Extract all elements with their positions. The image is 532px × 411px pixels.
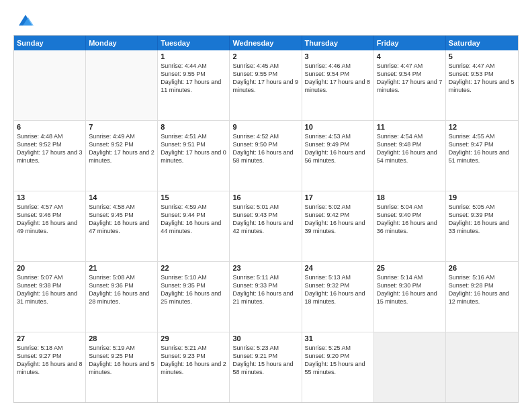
cell-content: Sunrise: 4:48 AM Sunset: 9:52 PM Dayligh… (17, 132, 83, 165)
cal-cell (446, 332, 518, 402)
cell-content: Sunrise: 4:44 AM Sunset: 9:55 PM Dayligh… (161, 62, 226, 95)
day-number: 11 (377, 123, 443, 131)
cell-content: Sunrise: 5:19 AM Sunset: 9:25 PM Dayligh… (89, 344, 154, 377)
cal-cell (14, 50, 86, 120)
day-number: 31 (305, 334, 371, 342)
page: SundayMondayTuesdayWednesdayThursdayFrid… (0, 0, 532, 411)
cell-content: Sunrise: 4:51 AM Sunset: 9:51 PM Dayligh… (161, 132, 226, 165)
cell-content: Sunrise: 4:52 AM Sunset: 9:50 PM Dayligh… (232, 132, 298, 165)
header (13, 11, 519, 30)
cell-content: Sunrise: 5:01 AM Sunset: 9:43 PM Dayligh… (232, 203, 298, 236)
cell-content: Sunrise: 5:16 AM Sunset: 9:28 PM Dayligh… (449, 273, 515, 306)
day-number: 2 (232, 52, 298, 60)
cal-header-cell: Wednesday (230, 36, 302, 50)
cell-content: Sunrise: 5:13 AM Sunset: 9:32 PM Dayligh… (305, 273, 371, 306)
day-number: 14 (89, 193, 154, 201)
cal-cell: 4Sunrise: 4:47 AM Sunset: 9:54 PM Daylig… (374, 50, 446, 120)
day-number: 9 (232, 123, 298, 131)
cell-content: Sunrise: 5:21 AM Sunset: 9:23 PM Dayligh… (161, 344, 226, 377)
day-number: 16 (232, 193, 298, 201)
cell-content: Sunrise: 5:18 AM Sunset: 9:27 PM Dayligh… (17, 344, 83, 377)
cal-header-cell: Tuesday (158, 36, 230, 50)
cal-week: 13Sunrise: 4:57 AM Sunset: 9:46 PM Dayli… (14, 191, 518, 262)
cal-cell: 26Sunrise: 5:16 AM Sunset: 9:28 PM Dayli… (446, 262, 518, 332)
logo (13, 11, 35, 30)
cell-content: Sunrise: 5:10 AM Sunset: 9:35 PM Dayligh… (161, 273, 226, 306)
day-number: 23 (232, 264, 298, 272)
day-number: 20 (17, 264, 83, 272)
cell-content: Sunrise: 5:05 AM Sunset: 9:39 PM Dayligh… (449, 203, 515, 236)
cal-cell: 22Sunrise: 5:10 AM Sunset: 9:35 PM Dayli… (158, 262, 230, 332)
cell-content: Sunrise: 5:23 AM Sunset: 9:21 PM Dayligh… (232, 344, 298, 377)
cal-cell: 2Sunrise: 4:45 AM Sunset: 9:55 PM Daylig… (230, 50, 302, 120)
cell-content: Sunrise: 4:54 AM Sunset: 9:48 PM Dayligh… (377, 132, 443, 165)
cal-header-cell: Friday (374, 36, 446, 50)
day-number: 30 (232, 334, 298, 342)
cal-cell: 9Sunrise: 4:52 AM Sunset: 9:50 PM Daylig… (230, 121, 302, 191)
day-number: 4 (377, 52, 443, 60)
cell-content: Sunrise: 5:04 AM Sunset: 9:40 PM Dayligh… (377, 203, 443, 236)
cal-header-cell: Monday (86, 36, 158, 50)
cal-cell: 5Sunrise: 4:47 AM Sunset: 9:53 PM Daylig… (446, 50, 518, 120)
cal-cell: 31Sunrise: 5:25 AM Sunset: 9:20 PM Dayli… (302, 332, 374, 402)
day-number: 24 (305, 264, 371, 272)
cal-cell: 29Sunrise: 5:21 AM Sunset: 9:23 PM Dayli… (158, 332, 230, 402)
cal-week: 20Sunrise: 5:07 AM Sunset: 9:38 PM Dayli… (14, 262, 518, 332)
cell-content: Sunrise: 5:14 AM Sunset: 9:30 PM Dayligh… (377, 273, 443, 306)
cal-header-cell: Sunday (14, 36, 86, 50)
day-number: 21 (89, 264, 154, 272)
cal-cell: 12Sunrise: 4:55 AM Sunset: 9:47 PM Dayli… (446, 121, 518, 191)
day-number: 12 (449, 123, 515, 131)
cal-week: 1Sunrise: 4:44 AM Sunset: 9:55 PM Daylig… (14, 50, 518, 121)
cell-content: Sunrise: 5:08 AM Sunset: 9:36 PM Dayligh… (89, 273, 154, 306)
day-number: 29 (161, 334, 226, 342)
day-number: 13 (17, 193, 83, 201)
day-number: 8 (161, 123, 226, 131)
day-number: 17 (305, 193, 371, 201)
logo-icon (16, 11, 35, 30)
cal-cell: 27Sunrise: 5:18 AM Sunset: 9:27 PM Dayli… (14, 332, 86, 402)
day-number: 10 (305, 123, 371, 131)
cell-content: Sunrise: 4:47 AM Sunset: 9:53 PM Dayligh… (449, 62, 515, 95)
cal-cell: 3Sunrise: 4:46 AM Sunset: 9:54 PM Daylig… (302, 50, 374, 120)
day-number: 5 (449, 52, 515, 60)
cal-cell: 6Sunrise: 4:48 AM Sunset: 9:52 PM Daylig… (14, 121, 86, 191)
cal-cell: 20Sunrise: 5:07 AM Sunset: 9:38 PM Dayli… (14, 262, 86, 332)
calendar-header: SundayMondayTuesdayWednesdayThursdayFrid… (14, 36, 518, 50)
cal-cell: 19Sunrise: 5:05 AM Sunset: 9:39 PM Dayli… (446, 191, 518, 261)
day-number: 19 (449, 193, 515, 201)
cal-week: 27Sunrise: 5:18 AM Sunset: 9:27 PM Dayli… (14, 332, 518, 402)
cal-header-cell: Saturday (446, 36, 518, 50)
calendar-body: 1Sunrise: 4:44 AM Sunset: 9:55 PM Daylig… (14, 50, 518, 402)
cal-cell: 28Sunrise: 5:19 AM Sunset: 9:25 PM Dayli… (86, 332, 158, 402)
cell-content: Sunrise: 4:45 AM Sunset: 9:55 PM Dayligh… (232, 62, 298, 95)
calendar: SundayMondayTuesdayWednesdayThursdayFrid… (13, 35, 519, 403)
cal-cell (374, 332, 446, 402)
cal-cell: 17Sunrise: 5:02 AM Sunset: 9:42 PM Dayli… (302, 191, 374, 261)
cell-content: Sunrise: 4:49 AM Sunset: 9:52 PM Dayligh… (89, 132, 154, 165)
day-number: 25 (377, 264, 443, 272)
cal-cell: 23Sunrise: 5:11 AM Sunset: 9:33 PM Dayli… (230, 262, 302, 332)
cal-cell: 11Sunrise: 4:54 AM Sunset: 9:48 PM Dayli… (374, 121, 446, 191)
day-number: 28 (89, 334, 154, 342)
day-number: 6 (17, 123, 83, 131)
cal-cell: 24Sunrise: 5:13 AM Sunset: 9:32 PM Dayli… (302, 262, 374, 332)
cal-cell: 13Sunrise: 4:57 AM Sunset: 9:46 PM Dayli… (14, 191, 86, 261)
cal-cell: 8Sunrise: 4:51 AM Sunset: 9:51 PM Daylig… (158, 121, 230, 191)
cal-week: 6Sunrise: 4:48 AM Sunset: 9:52 PM Daylig… (14, 121, 518, 191)
day-number: 27 (17, 334, 83, 342)
day-number: 15 (161, 193, 226, 201)
cal-cell: 25Sunrise: 5:14 AM Sunset: 9:30 PM Dayli… (374, 262, 446, 332)
cell-content: Sunrise: 4:55 AM Sunset: 9:47 PM Dayligh… (449, 132, 515, 165)
cell-content: Sunrise: 5:25 AM Sunset: 9:20 PM Dayligh… (305, 344, 371, 377)
cal-cell: 18Sunrise: 5:04 AM Sunset: 9:40 PM Dayli… (374, 191, 446, 261)
cell-content: Sunrise: 5:11 AM Sunset: 9:33 PM Dayligh… (232, 273, 298, 306)
cell-content: Sunrise: 4:57 AM Sunset: 9:46 PM Dayligh… (17, 203, 83, 236)
cal-header-cell: Thursday (302, 36, 374, 50)
cal-cell: 14Sunrise: 4:58 AM Sunset: 9:45 PM Dayli… (86, 191, 158, 261)
cal-cell: 30Sunrise: 5:23 AM Sunset: 9:21 PM Dayli… (230, 332, 302, 402)
cal-cell: 10Sunrise: 4:53 AM Sunset: 9:49 PM Dayli… (302, 121, 374, 191)
cal-cell: 21Sunrise: 5:08 AM Sunset: 9:36 PM Dayli… (86, 262, 158, 332)
cal-cell (86, 50, 158, 120)
cell-content: Sunrise: 5:02 AM Sunset: 9:42 PM Dayligh… (305, 203, 371, 236)
